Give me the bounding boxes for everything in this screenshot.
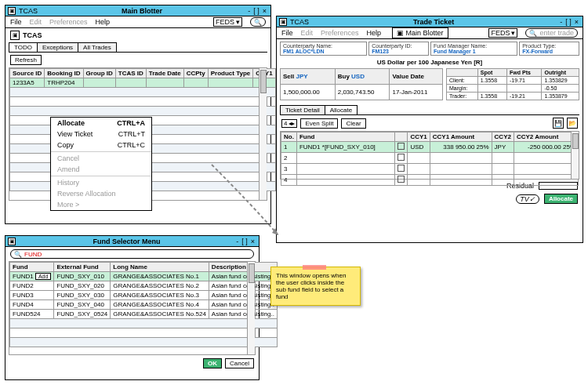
main-blotter-button[interactable]: ▣ Main Blotter [392,27,448,38]
ctx-more[interactable]: More > [51,199,151,210]
save-icon[interactable]: 💾 [553,118,564,129]
checkbox[interactable] [397,143,405,150]
menubar: File Edit Preferences Help ▣ Main Blotte… [277,27,583,39]
table-row[interactable]: 1233A5TRHP204 [10,78,276,88]
sell-amount[interactable]: 1,500,000.00 [281,85,336,100]
clear-button[interactable]: Clear [341,118,365,129]
table-row[interactable]: FUND3FUND_SXY_030GRANGE&ASSOCIATES No.3A… [10,291,278,300]
menu-preferences[interactable]: Preferences [49,18,88,26]
allocate-button[interactable]: Allocate [544,194,578,204]
close-icon[interactable]: × [249,238,256,245]
fund-selector-window: ▣ Fund Selector Menu - [ ] × 🔍FUND FundE… [5,235,260,380]
value-date[interactable]: 17-Jan-2011 [390,85,442,100]
search-icon: 🔍 [254,19,262,26]
cancel-button[interactable]: Cancel [225,358,254,368]
tab-allocate[interactable]: Allocate [325,105,358,114]
tab-alltrades[interactable]: All Trades [78,42,117,52]
add-button[interactable]: Add [35,273,51,280]
alloc-table: No.Fund CCY1 CCY1 AmountCCY2CCY2 Amount … [281,132,579,186]
fund-search-input[interactable]: 🔍FUND [10,249,254,259]
logo-icon: ▣ [10,31,20,40]
minimize-icon[interactable]: - [234,238,240,245]
blotter-tabs: TODO Exceptions All Trades [9,42,267,53]
rate-title: US Dollar per 100 Japanese Yen [R] [277,58,583,67]
maximize-icon[interactable]: [ ] [564,18,573,26]
menu-help[interactable]: Help [367,29,382,37]
table-row[interactable]: FUND2FUND_SXY_020GRANGE&ASSOCIATES No.2A… [10,281,278,291]
table-row[interactable]: 4 [281,175,579,186]
menu-preferences[interactable]: Preferences [321,29,359,37]
table-row[interactable]: FUND1 Add FUND_SXY_010GRANGE&ASSOCIATES … [10,272,278,281]
context-menu: AllocateCTRL+A View TicketCTRL+T CopyCTR… [50,117,152,211]
menu-file[interactable]: File [10,18,22,26]
ctx-allocate[interactable]: AllocateCTRL+A [51,118,151,129]
table-row[interactable]: 3 [281,164,579,175]
ctx-cancel[interactable]: Cancel [51,153,151,164]
ctx-viewticket[interactable]: View TicketCTRL+T [51,129,151,140]
app-name: TCAS [290,18,309,26]
table-row[interactable]: 1FUND1 *[FUND_SXY_010] USD338 950.00 25%… [281,142,579,153]
trade-ticket-window: ▣ TCAS Trade Ticket - [ ] × File Edit Pr… [276,16,583,243]
rate-table: SpotFwd PtsOutright Client:1.3558-19.711… [446,68,579,100]
counterparty-name: Counterparty Name:FM1 ALOC*LDN [280,42,367,56]
menu-help[interactable]: Help [96,18,111,26]
minimize-icon[interactable]: - [246,7,252,15]
counterparty-id: Counterparty ID:FM123 [368,42,429,56]
window-title: Main Blotter [38,7,246,15]
ctx-history[interactable]: History [51,177,151,188]
sticky-note: This window opens when the user clicks i… [270,267,361,306]
scrollbar[interactable] [247,262,255,354]
even-split-button[interactable]: Even Split [300,118,338,129]
app-icon: ▣ [8,7,16,15]
tab-exceptions[interactable]: Exceptions [37,42,78,52]
scrollbar[interactable] [259,68,267,200]
fund-manager: Fund Manager Name:Fund Manager 1 [430,42,517,56]
product-type: Product Type:FX-Forward [519,42,579,56]
maximize-icon[interactable]: [ ] [240,238,249,245]
count-stepper[interactable]: 4 ◂▸ [281,119,297,128]
app-name: TCAS [19,7,38,15]
ctx-amend[interactable]: Amend [51,164,151,175]
feds-dropdown[interactable]: FEDS▾ [213,17,242,27]
app-icon: ▣ [279,18,287,26]
close-icon[interactable]: × [573,18,580,26]
ctx-copy[interactable]: CopyCTRL+C [51,140,151,151]
maximize-icon[interactable]: [ ] [252,7,261,15]
menu-edit[interactable]: Edit [30,18,42,26]
feds-dropdown[interactable]: FEDS▾ [488,28,517,38]
search-input[interactable]: 🔍 [250,17,266,27]
titlebar[interactable]: ▣ Fund Selector Menu - [ ] × [5,236,259,247]
fund-table: FundExternal Fund Long NameDescription F… [9,262,278,347]
trade-entry: Sell JPY Buy USD Value Date 1,500,000.00… [280,68,443,100]
search-input[interactable]: 🔍enter trade [525,28,578,38]
open-icon[interactable]: 📂 [567,118,578,129]
table-row[interactable]: FUND4FUND_SXY_040GRANGE&ASSOCIATES No.4A… [10,300,278,310]
tv-button[interactable]: TV✓ [516,194,539,204]
menu-file[interactable]: File [281,29,293,37]
subheader: ▣ TCAS [5,28,270,42]
search-icon: 🔍 [529,30,537,37]
titlebar[interactable]: ▣ TCAS Main Blotter - [ ] × [5,5,270,16]
minimize-icon[interactable]: - [558,18,564,26]
ctx-reverse[interactable]: Reverse Allocation [51,188,151,199]
tab-todo[interactable]: TODO [9,42,38,52]
ticket-tabs: Ticket Detail Allocate [280,105,579,115]
table-row[interactable]: 2 [281,153,579,164]
titlebar[interactable]: ▣ TCAS Trade Ticket - [ ] × [277,16,583,27]
window-title: Fund Selector Menu [19,238,234,245]
buy-amount[interactable]: 2,030,743.50 [335,85,390,100]
scrollbar[interactable] [571,132,579,179]
window-title: Trade Ticket [309,18,558,26]
app-icon: ▣ [8,238,16,245]
search-icon: 🔍 [14,251,22,258]
app-label: TCAS [23,31,42,39]
refresh-button[interactable]: Refresh [10,55,42,65]
ok-button[interactable]: OK [203,358,222,368]
menu-edit[interactable]: Edit [301,29,314,37]
menubar: File Edit Preferences Help FEDS▾ 🔍 [5,16,270,28]
close-icon[interactable]: × [261,7,268,15]
table-row[interactable]: FUND524FUND_SXY_0524GRANGE&ASSOCIATES No… [10,310,278,319]
tab-detail[interactable]: Ticket Detail [280,105,325,114]
